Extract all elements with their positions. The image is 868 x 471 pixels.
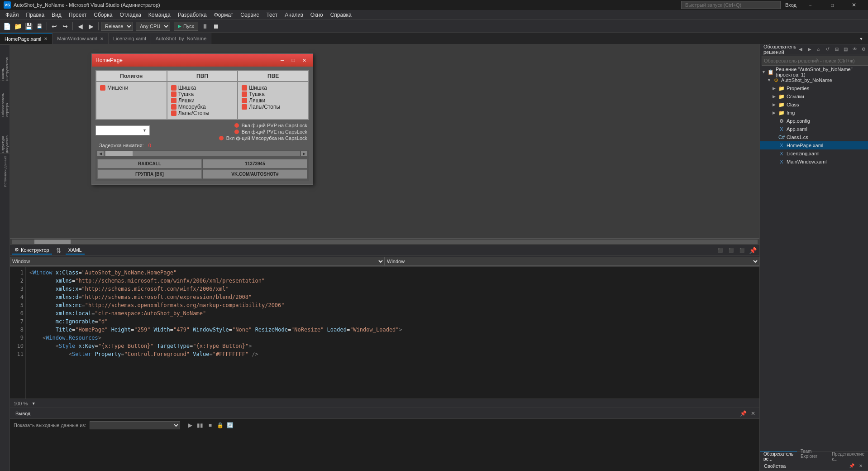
sol-ctrl-back[interactable]: ◀ [796, 45, 805, 53]
sol-ctrl-collapse[interactable]: ⊟ [833, 45, 841, 53]
window-selector-left[interactable]: Window [10, 257, 385, 266]
toolbar-save-all-btn[interactable]: 💾 [34, 21, 44, 31]
config-selector[interactable]: Release Debug [101, 22, 133, 31]
toolbar-save-btn[interactable]: 💾 [24, 21, 33, 31]
preview-window[interactable]: HomePage ─ □ ✕ Полигон ПВП ПВЕ [91, 53, 313, 185]
split-h-btn[interactable]: ⬛ [715, 245, 725, 255]
xaml-tab-btn[interactable]: XAML [66, 246, 85, 255]
tab-homepage-xaml[interactable]: HomePage.xaml ✕ [0, 33, 52, 44]
menu-team[interactable]: Команда [145, 10, 174, 20]
sol-ctrl-props[interactable]: ▤ [842, 45, 850, 53]
menu-window[interactable]: Окно [307, 10, 327, 20]
tab-homepage-close[interactable]: ✕ [44, 36, 48, 41]
pvp-item-3[interactable]: Мясорубка [171, 104, 234, 110]
toolbar-redo-btn[interactable]: ↪ [60, 21, 70, 31]
preview-close-btn[interactable]: ✕ [299, 56, 309, 65]
tree-folder-class[interactable]: ▶ 📁 Class [760, 101, 868, 109]
props-close-btn[interactable]: ✕ [857, 462, 865, 470]
output-ctrl-5[interactable]: 🔄 [225, 421, 234, 430]
scroll-right-btn[interactable]: ▶ [301, 151, 307, 156]
tree-file-licenzing[interactable]: X Licenzing.xaml [760, 149, 868, 158]
quick-launch-input[interactable] [681, 1, 781, 9]
menu-tools[interactable]: Сервис [237, 10, 262, 20]
sol-ctrl-refresh[interactable]: ↺ [824, 45, 832, 53]
output-tab[interactable]: Вывод [12, 410, 34, 417]
menu-edit[interactable]: Правка [23, 10, 48, 20]
platform-selector[interactable]: Any CPU [136, 22, 170, 31]
menu-file[interactable]: Файл [2, 10, 23, 20]
scroll-thumb[interactable] [105, 151, 133, 156]
pvp-item-0[interactable]: Шишка [171, 85, 234, 91]
toolbar-back-btn[interactable]: ◀ [75, 21, 85, 31]
menu-help[interactable]: Справка [327, 10, 355, 20]
menu-project[interactable]: Проект [65, 10, 91, 20]
menu-analyze[interactable]: Анализ [281, 10, 307, 20]
banner-raidcall[interactable]: RAIDCALL [97, 159, 202, 168]
toolbox-panel[interactable]: Панель инструментов [0, 44, 10, 81]
preview-dropdown[interactable]: ▼ [95, 125, 150, 135]
menu-build[interactable]: Сборка [90, 10, 116, 20]
tree-file-homepage[interactable]: X HomePage.xaml [760, 141, 868, 149]
run-button[interactable]: ▶ Пуск [174, 22, 198, 31]
tab-overflow-btn[interactable]: ▼ [856, 34, 866, 44]
tree-file-appconfig[interactable]: ⚙ App.config [760, 117, 868, 125]
tree-folder-img[interactable]: ▶ 📁 Img [760, 109, 868, 117]
tab-mainwindow-close[interactable]: ✕ [100, 36, 104, 41]
menu-format[interactable]: Формат [210, 10, 237, 20]
tree-solution[interactable]: ▼ 📋 Решение "AutoShot_by_NoName" (проект… [760, 68, 868, 76]
pvp-item-4[interactable]: Лапы/Стопы [171, 110, 234, 116]
output-ctrl-1[interactable]: ▶ [186, 421, 195, 430]
pve-item-0[interactable]: Шишка [242, 85, 305, 91]
menu-debug[interactable]: Отладка [116, 10, 144, 20]
output-source-select[interactable] [90, 421, 180, 429]
pve-item-2[interactable]: Ляшки [242, 97, 305, 104]
sol-ctrl-home[interactable]: ⌂ [815, 45, 823, 53]
tree-folder-properties[interactable]: ▶ 📁 Properties [760, 84, 868, 92]
output-ctrl-4[interactable]: 🔒 [215, 421, 224, 430]
tree-file-mainwindow[interactable]: X MainWindow.xaml [760, 158, 868, 166]
output-close-btn[interactable]: ✕ [749, 409, 758, 418]
polygon-item-0[interactable]: Мишени [100, 85, 163, 91]
preview-minimize-btn[interactable]: ─ [277, 56, 287, 65]
banner-vk-url[interactable]: VK.COM/AUTOSHOT# [203, 169, 307, 179]
designer-scroll-thumb[interactable] [34, 240, 71, 244]
code-content[interactable]: <Window x:Class="AutoShot_by_NoName.Home… [26, 267, 759, 399]
tab-licenzing-xaml[interactable]: Licenzing.xaml [109, 33, 151, 44]
toolbar-pause-btn[interactable]: ⏸ [200, 21, 210, 31]
output-pin-btn[interactable]: 📌 [739, 409, 748, 418]
sol-ctrl-forward[interactable]: ▶ [806, 45, 814, 53]
struct-panel[interactable]: Структура документа [0, 117, 10, 153]
maximize-button[interactable]: □ [822, 0, 843, 10]
rb-tab-teamexplorer[interactable]: Team Explorer ——. [797, 452, 828, 461]
menu-dev[interactable]: Разработка [174, 10, 210, 20]
rb-tab-solexplorer[interactable]: Обозреватель ре... [760, 452, 797, 461]
menu-test[interactable]: Тест [262, 10, 281, 20]
output-ctrl-2[interactable]: ▮▮ [196, 421, 205, 430]
window-selector-right[interactable]: Window [385, 257, 759, 266]
menu-view[interactable]: Вид [48, 10, 65, 20]
toolbar-new-btn[interactable]: 📄 [2, 21, 12, 31]
tree-folder-references[interactable]: ▶ 📁 Ссылки [760, 92, 868, 101]
designer-toggle-btn[interactable]: ⇅ [54, 245, 64, 255]
toolbar-forward-btn[interactable]: ▶ [86, 21, 96, 31]
pve-item-1[interactable]: Тушка [242, 91, 305, 97]
split-v-btn[interactable]: ⬛ [726, 245, 736, 255]
tree-file-appxaml[interactable]: X App.xaml [760, 125, 868, 133]
tree-file-class1[interactable]: C# Class1.cs [760, 133, 868, 141]
pvp-item-1[interactable]: Тушка [171, 91, 234, 97]
zoom-dropdown-btn[interactable]: ▼ [29, 399, 38, 409]
solution-search-input[interactable] [762, 56, 868, 66]
source-panel[interactable]: Источники данных [0, 153, 10, 189]
sol-ctrl-filter[interactable]: ⚙ [860, 45, 868, 53]
pvp-item-2[interactable]: Ляшки [171, 97, 234, 104]
pve-item-3[interactable]: Лапы/Стопы [242, 104, 305, 110]
sol-ctrl-preview[interactable]: 👁 [851, 45, 859, 53]
pin-editor-btn[interactable]: 📌 [748, 245, 758, 255]
tab-mainwindow-xaml[interactable]: MainWindow.xaml ✕ [52, 33, 109, 44]
minimize-button[interactable]: − [800, 0, 821, 10]
toolbar-undo-btn[interactable]: ↩ [49, 21, 59, 31]
banner-id[interactable]: 11373945 [203, 159, 307, 168]
output-ctrl-3[interactable]: ■ [205, 421, 215, 430]
tab-autoshot[interactable]: AutoShot_by_NoName [151, 33, 212, 44]
banner-vk-group[interactable]: ГРУППА [ВК] [97, 169, 202, 179]
